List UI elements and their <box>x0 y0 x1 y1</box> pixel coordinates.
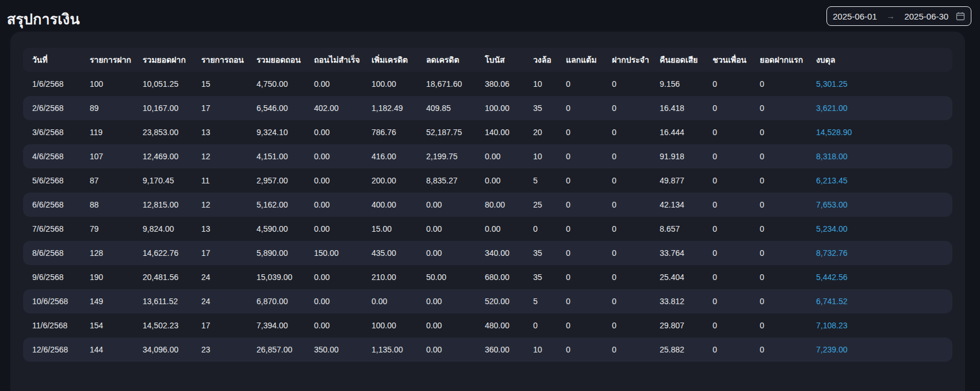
table-cell: 0 <box>603 193 650 217</box>
table-cell: 0 <box>603 96 650 120</box>
table-cell: 0 <box>751 72 807 96</box>
table-cell: 0 <box>603 217 650 241</box>
table-row: 10/6/256814913,611.52246,870.000.000.000… <box>23 289 952 313</box>
table-cell: 0.00 <box>362 289 417 313</box>
table-cell: 0 <box>557 265 603 289</box>
table-cell: 0 <box>524 217 557 241</box>
table-cell: 9,824.00 <box>133 217 192 241</box>
table-cell: 17 <box>192 96 247 120</box>
table-cell: 15.00 <box>362 217 417 241</box>
table-cell: 0 <box>703 168 751 193</box>
table-cell: 10 <box>524 338 557 362</box>
date-cell: 8/6/2568 <box>23 241 81 265</box>
table-cell: 79 <box>81 217 133 241</box>
column-header: รวมยอดฝาก <box>133 48 192 72</box>
column-header: วันที่ <box>23 48 81 72</box>
column-header: ชวนเพื่อน <box>703 48 751 72</box>
end-date-value[interactable]: 2025-06-30 <box>904 12 948 21</box>
table-cell: 0 <box>557 193 603 217</box>
table-cell: 0.00 <box>305 120 362 144</box>
table-row: 12/6/256814434,096.002326,857.00350.001,… <box>23 338 952 362</box>
table-cell: 12 <box>192 144 247 168</box>
balance-cell: 8,732.76 <box>807 241 952 265</box>
column-header: รายการถอน <box>192 48 247 72</box>
table-cell: 2,199.75 <box>417 144 476 168</box>
table-cell: 0 <box>751 241 807 265</box>
date-cell: 6/6/2568 <box>23 193 81 217</box>
table-row: 9/6/256819020,481.562415,039.000.00210.0… <box>23 265 952 289</box>
page-title: สรุปการเงิน <box>7 7 80 30</box>
table-cell: 0 <box>603 144 650 168</box>
table-cell: 0 <box>703 338 751 362</box>
table-cell: 50.00 <box>417 265 476 289</box>
table-cell: 15 <box>192 72 247 96</box>
table-cell: 409.85 <box>417 96 476 120</box>
table-cell: 12 <box>192 193 247 217</box>
table-cell: 107 <box>81 144 133 168</box>
table-cell: 149 <box>81 289 133 313</box>
table-cell: 9,170.45 <box>133 168 192 193</box>
start-date-value[interactable]: 2025-06-01 <box>833 12 877 21</box>
table-cell: 8,835.27 <box>417 168 476 193</box>
table-cell: 17 <box>192 313 247 338</box>
table-cell: 13,611.52 <box>133 289 192 313</box>
table-cell: 0.00 <box>305 193 362 217</box>
table-cell: 1,182.49 <box>362 96 417 120</box>
column-header: ยอดฝากแรก <box>751 48 807 72</box>
table-cell: 0 <box>703 96 751 120</box>
table-cell: 0 <box>557 241 603 265</box>
table-cell: 16.418 <box>650 96 703 120</box>
table-cell: 1,135.00 <box>362 338 417 362</box>
column-header: วงล้อ <box>524 48 557 72</box>
table-row: 1/6/256810010,051.25154,750.000.00100.00… <box>23 72 952 96</box>
table-cell: 0 <box>703 193 751 217</box>
table-cell: 17 <box>192 241 247 265</box>
table-cell: 88 <box>81 193 133 217</box>
date-cell: 9/6/2568 <box>23 265 81 289</box>
table-row: 3/6/256811923,853.00139,324.100.00786.76… <box>23 120 952 144</box>
table-cell: 416.00 <box>362 144 417 168</box>
table-cell: 0 <box>603 72 650 96</box>
balance-cell: 3,621.00 <box>807 96 952 120</box>
column-header: แลกแต้ม <box>557 48 603 72</box>
table-cell: 0 <box>751 96 807 120</box>
table-cell: 49.877 <box>650 168 703 193</box>
table-cell: 0 <box>557 289 603 313</box>
table-cell: 0 <box>557 338 603 362</box>
table-cell: 144 <box>81 338 133 362</box>
table-cell: 26,857.00 <box>247 338 305 362</box>
table-cell: 0 <box>703 144 751 168</box>
calendar-icon[interactable] <box>956 12 965 21</box>
table-cell: 2,957.00 <box>247 168 305 193</box>
table-cell: 0 <box>603 338 650 362</box>
column-header: รายการฝาก <box>81 48 133 72</box>
table-cell: 23,853.00 <box>133 120 192 144</box>
table-cell: 786.76 <box>362 120 417 144</box>
table-cell: 0 <box>557 144 603 168</box>
table-cell: 23 <box>192 338 247 362</box>
table-cell: 350.00 <box>305 338 362 362</box>
date-cell: 7/6/2568 <box>23 217 81 241</box>
table-cell: 128 <box>81 241 133 265</box>
table-cell: 29.807 <box>650 313 703 338</box>
table-cell: 0.00 <box>417 313 476 338</box>
table-cell: 0.00 <box>305 168 362 193</box>
table-cell: 340.00 <box>476 241 524 265</box>
table-cell: 402.00 <box>305 96 362 120</box>
table-cell: 91.918 <box>650 144 703 168</box>
date-range-picker[interactable]: 2025-06-01 → 2025-06-30 <box>826 6 971 26</box>
balance-cell: 5,301.25 <box>807 72 952 96</box>
table-cell: 0.00 <box>305 313 362 338</box>
table-cell: 0 <box>557 168 603 193</box>
table-cell: 0 <box>751 289 807 313</box>
column-header: ลดเครดิต <box>417 48 476 72</box>
table-cell: 0 <box>703 217 751 241</box>
table-cell: 154 <box>81 313 133 338</box>
date-cell: 5/6/2568 <box>23 168 81 193</box>
table-cell: 0 <box>703 289 751 313</box>
balance-cell: 6,213.45 <box>807 168 952 193</box>
table-cell: 35 <box>524 96 557 120</box>
table-cell: 0 <box>603 265 650 289</box>
table-cell: 0 <box>751 313 807 338</box>
table-cell: 35 <box>524 265 557 289</box>
